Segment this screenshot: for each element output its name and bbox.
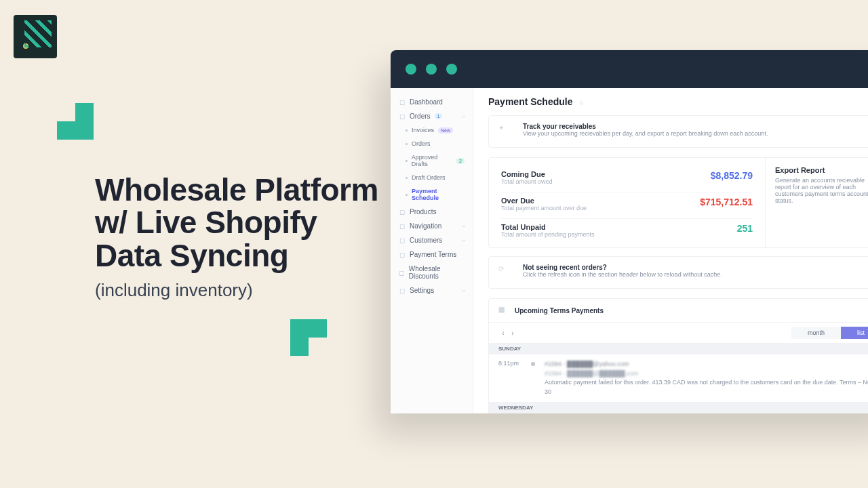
refresh-icon: ⟳ xyxy=(498,265,515,281)
hero-subtitle: (including inventory) xyxy=(95,280,380,301)
day-header-wednesday: Wednesday xyxy=(489,402,868,413)
export-desc: Generate an accounts recievable report f… xyxy=(775,177,868,204)
total-unpaid-value: 251 xyxy=(737,223,753,234)
stats-panel: Coming DueTotal amount owed $8,852.79 Ov… xyxy=(488,157,868,248)
orders-badge: 1 xyxy=(435,113,443,119)
event-1-sub: #1584 - ██████@██████.com xyxy=(545,369,638,379)
traffic-light-max[interactable] xyxy=(446,64,457,75)
decor-shape-1 xyxy=(57,103,94,140)
nav-products[interactable]: ◻Products xyxy=(391,205,473,219)
stat-over-due: Over DueTotal payment amount over due $7… xyxy=(501,192,753,219)
traffic-light-min[interactable] xyxy=(426,64,437,75)
event-1-desc: Automatic payment failed for this order.… xyxy=(545,378,868,396)
sidebar: ◻Dashboard ◻Orders1 InvoicesNew Orders A… xyxy=(391,88,473,413)
view-list-button[interactable]: list xyxy=(841,327,868,339)
calendar-icon: ▦ xyxy=(498,306,509,317)
home-icon[interactable]: ⌂ xyxy=(580,98,584,106)
nav-wholesale-discounts[interactable]: ◻Wholesale Discounts xyxy=(391,262,473,283)
drafts-badge: 2 xyxy=(456,158,465,164)
window-titlebar xyxy=(391,50,868,88)
nav-payment-terms[interactable]: ◻Payment Terms xyxy=(391,247,473,262)
upcoming-payments-calendar: ▦ Upcoming Terms Payments ‹ › month list… xyxy=(488,298,868,413)
hero-line-2: w/ Live Shopify xyxy=(95,205,317,240)
orders-icon: ◻ xyxy=(399,113,406,120)
export-title: Export Report xyxy=(775,166,868,174)
discounts-icon: ◻ xyxy=(399,269,405,276)
nav-orders-sub[interactable]: Orders xyxy=(391,137,473,150)
nav-draft-orders[interactable]: Draft Orders xyxy=(391,171,473,184)
nav-navigation[interactable]: ◻Navigation xyxy=(391,219,473,233)
hero-text: Wholesale Platform w/ Live Shopify Data … xyxy=(95,174,380,301)
coming-due-value: $8,852.79 xyxy=(711,170,753,181)
brand-logo xyxy=(14,15,57,58)
customers-icon: ◻ xyxy=(399,237,406,244)
status-dot-grey xyxy=(531,362,535,366)
nav-payment-schedule[interactable]: Payment Schedule xyxy=(391,184,473,205)
event-1-time: 8:11pm xyxy=(498,360,521,367)
notice-title: Not seeing recent orders? xyxy=(523,264,722,271)
upcoming-title: Upcoming Terms Payments xyxy=(515,307,604,314)
day-header-sunday: Sunday xyxy=(489,343,868,354)
receivables-icon: ✦ xyxy=(498,124,515,140)
info-card-notice: ⟳ Not seeing recent orders? Click the re… xyxy=(488,256,868,289)
export-panel[interactable]: Export Report Generate an accounts recie… xyxy=(765,158,868,247)
nav-orders[interactable]: ◻Orders1 xyxy=(391,109,473,123)
track-title: Track your receivables xyxy=(523,123,768,130)
page-title-text: Payment Schedule xyxy=(488,96,573,107)
stat-coming-due: Coming DueTotal amount owed $8,852.79 xyxy=(501,166,753,192)
over-due-value: $715,712.51 xyxy=(700,197,753,207)
products-icon: ◻ xyxy=(399,209,406,216)
info-card-track: ✦ Track your receivables View your upcom… xyxy=(488,115,868,148)
main-content: Payment Schedule ⌂ ✦ Track your receivab… xyxy=(473,88,868,413)
dashboard-icon: ◻ xyxy=(399,99,406,106)
nav-customers[interactable]: ◻Customers xyxy=(391,233,473,247)
nav-dashboard[interactable]: ◻Dashboard xyxy=(391,95,473,109)
new-badge: New xyxy=(438,127,453,134)
event-1-title: #1584 - ██████@yahoo.com xyxy=(545,360,629,369)
traffic-light-close[interactable] xyxy=(406,64,416,75)
track-desc: View your upcoming recievables per day, … xyxy=(523,130,768,137)
hero-line-1: Wholesale Platform xyxy=(95,172,378,207)
app-window: ◻Dashboard ◻Orders1 InvoicesNew Orders A… xyxy=(391,50,868,413)
navigation-icon: ◻ xyxy=(399,223,406,230)
hero-line-3: Data Syncing xyxy=(95,238,288,273)
nav-invoices[interactable]: InvoicesNew xyxy=(391,123,473,137)
stat-total-unpaid: Total UnpaidTotal amount of pending paym… xyxy=(501,219,753,239)
payment-event-1[interactable]: 8:11pm #1584 - ██████@yahoo.com #1584 - … xyxy=(489,354,868,402)
decor-shape-2 xyxy=(290,319,327,356)
prev-arrow[interactable]: ‹ xyxy=(498,328,508,338)
view-month-button[interactable]: month xyxy=(791,327,841,339)
next-arrow[interactable]: › xyxy=(508,328,517,338)
notice-desc: Click the refresh icon in the section he… xyxy=(523,271,722,278)
page-header: Payment Schedule ⌂ xyxy=(488,96,868,107)
nav-approved-drafts[interactable]: Approved Drafts2 xyxy=(391,150,473,171)
terms-icon: ◻ xyxy=(399,251,406,258)
nav-settings[interactable]: ◻Settings xyxy=(391,283,473,298)
settings-icon: ◻ xyxy=(399,287,406,294)
